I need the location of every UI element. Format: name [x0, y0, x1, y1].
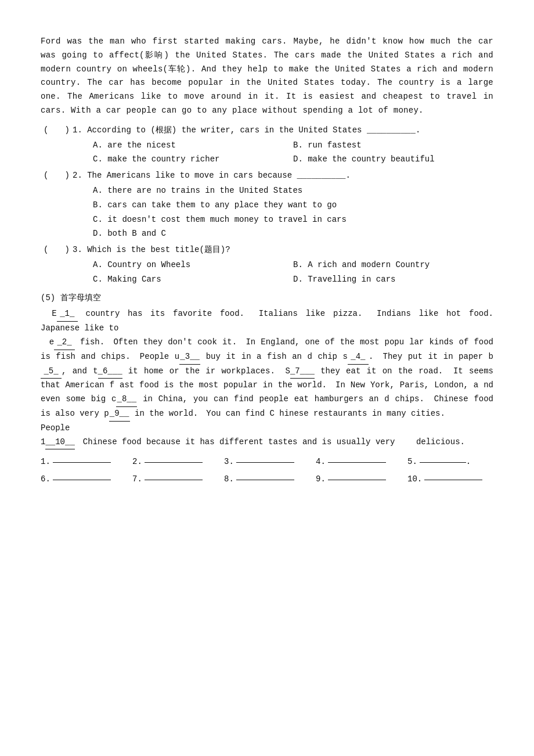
- answer-num-6: 6.: [41, 473, 50, 487]
- q2-text: 2. The Americans like to move in cars be…: [73, 169, 493, 183]
- question-3: ( ) 3. Which is the best title(题目)? A. C…: [41, 243, 493, 286]
- answer-line-8: [236, 480, 294, 480]
- answer-item-3: 3.: [224, 455, 305, 469]
- q1-opt-b: B. run fastest: [293, 139, 493, 153]
- q2-opt-a: A. there are no trains in the United Sta…: [93, 184, 302, 198]
- q1-options: A. are the nicest B. run fastest C. make…: [93, 139, 493, 167]
- answer-num-5: 5.: [407, 455, 417, 469]
- blank-10: __10__: [45, 435, 74, 450]
- answer-line-6: [53, 480, 111, 480]
- q3-text: 3. Which is the best title(题目)?: [73, 243, 493, 257]
- answer-line-9: [328, 480, 386, 480]
- answer-num-10: 10.: [407, 473, 422, 487]
- blank-7: _7___: [290, 365, 315, 379]
- q3-parens: ( ): [41, 243, 73, 257]
- blank-5: _5_: [41, 365, 62, 379]
- dot-after-5: .: [466, 455, 471, 469]
- answer-num-3: 3.: [224, 455, 234, 469]
- question-1: ( ) 1. According to (根据) the writer, car…: [41, 124, 493, 167]
- answer-item-4: 4.: [316, 455, 397, 469]
- q3-opt-a: A. Country on Wheels: [93, 258, 293, 272]
- blank-2: _2_: [54, 336, 75, 350]
- fill-line-1: E_1_ country has its favorite food. Ital…: [41, 309, 501, 333]
- q3-opt-c: C. Making Cars: [93, 273, 293, 287]
- answer-line-1: [53, 462, 111, 463]
- q2-opt-b: B. cars can take them to any place they …: [93, 199, 337, 213]
- answer-num-2: 2.: [132, 455, 142, 469]
- blank-4: _4_: [348, 350, 369, 365]
- blank-8: _8__: [116, 393, 137, 407]
- answer-line-3: [236, 462, 294, 463]
- blank-6: _6___: [98, 365, 122, 379]
- answer-item-2: 2.: [132, 455, 214, 469]
- q1-opt-a: A. are the nicest: [93, 139, 293, 153]
- q3-options: A. Country on Wheels B. A rich and moder…: [93, 258, 493, 287]
- blank-1: _1_: [57, 307, 78, 322]
- answer-line-7: [145, 480, 203, 480]
- q2-options: A. there are no trains in the United Sta…: [93, 184, 493, 241]
- answer-item-1: 1.: [41, 455, 122, 469]
- q2-parens: ( ): [41, 169, 73, 183]
- question-2: ( ) 2. The Americans like to move in car…: [41, 169, 493, 241]
- answer-item-10: 10.: [407, 473, 489, 487]
- fill-passage: E_1_ country has its favorite food. Ital…: [41, 307, 493, 449]
- answer-num-7: 7.: [132, 473, 142, 487]
- answer-item-5: 5. .: [407, 455, 489, 469]
- fill-line-2: e_2_ fish. Often they don't cook it. In …: [41, 337, 493, 418]
- q3-opt-d: D. Travelling in cars: [293, 273, 493, 287]
- answer-line-2: [145, 462, 203, 463]
- fill-line-3: 1__10__ Chinese food because it has diff…: [41, 437, 465, 447]
- answer-num-9: 9.: [316, 473, 326, 487]
- answer-item-9: 9.: [316, 473, 397, 487]
- answer-num-8: 8.: [224, 473, 234, 487]
- answer-grid: 1. 2. 3. 4. 5. . 6. 7. 8.: [41, 455, 493, 487]
- answer-line-5: [420, 462, 466, 463]
- q1-opt-d: D. make the country beautiful: [293, 153, 493, 167]
- answer-row-1: 1. 2. 3. 4. 5. .: [41, 455, 493, 469]
- answer-item-6: 6.: [41, 473, 122, 487]
- passage: Ford was the man who first started makin…: [41, 35, 493, 118]
- answer-line-4: [328, 462, 386, 463]
- q2-opt-d: D. both B and C: [93, 227, 166, 241]
- answer-num-1: 1.: [41, 455, 50, 469]
- q1-opt-c: C. make the country richer: [93, 153, 293, 167]
- q3-opt-b: B. A rich and modern Country: [293, 258, 493, 272]
- questions-block: ( ) 1. According to (根据) the writer, car…: [41, 124, 493, 287]
- blank-9: _9__: [109, 407, 130, 422]
- answer-line-10: [424, 480, 482, 480]
- fill-line-people: People: [41, 423, 70, 433]
- answer-item-8: 8.: [224, 473, 305, 487]
- answer-row-2: 6. 7. 8. 9. 10.: [41, 473, 493, 487]
- q2-opt-c: C. it doesn't cost them much money to tr…: [93, 213, 347, 227]
- answer-num-4: 4.: [316, 455, 326, 469]
- q1-text: 1. According to (根据) the writer, cars in…: [73, 124, 493, 138]
- blank-3: _3__: [179, 350, 200, 365]
- section5-title: (5) 首字母填空: [41, 291, 493, 305]
- answer-item-7: 7.: [132, 473, 214, 487]
- q1-parens: ( ): [41, 124, 73, 138]
